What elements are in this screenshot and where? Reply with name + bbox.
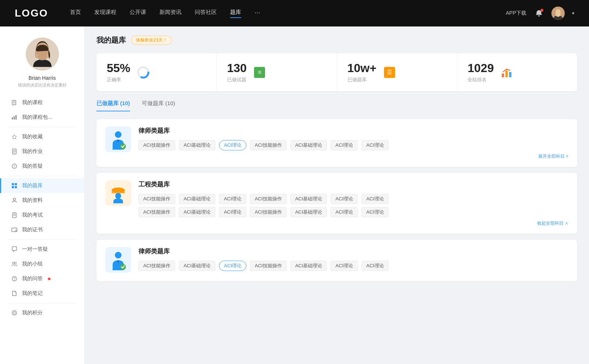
nav-qa[interactable]: 问答社区: [195, 9, 217, 18]
svg-point-32: [13, 262, 14, 264]
svg-rect-40: [502, 74, 504, 77]
bank-tags-2-row2: ACI技能操作 ACI基础理论 ACI理论 ACI技能操作 ACI基础理论 AC…: [138, 207, 568, 217]
bank-tag-1-2[interactable]: ACI理论: [219, 140, 246, 150]
stat-done-q-label: 已做试题: [227, 76, 247, 83]
bank-tag-3-5[interactable]: ACI理论: [331, 261, 358, 271]
avatar[interactable]: [551, 7, 565, 20]
svg-point-33: [15, 262, 17, 264]
sidebar: Brian Harris 错误的决定比没有决定要好 我的课程 我的课程包...: [0, 26, 85, 364]
svg-text:?: ?: [13, 165, 15, 168]
nav-open[interactable]: 公开课: [130, 9, 146, 18]
sidebar-item-one-on-one[interactable]: 一对一答疑: [0, 242, 84, 257]
bank-tag-2-7[interactable]: ACI技能操作: [138, 207, 175, 217]
bank-tag-2-13[interactable]: ACI理论: [361, 207, 389, 217]
sidebar-item-notes[interactable]: 我的笔记: [0, 286, 84, 301]
bank-tag-2-6[interactable]: ACI理论: [361, 194, 389, 204]
svg-point-37: [13, 312, 15, 314]
stat-rank: 1029 全站排名: [457, 53, 577, 91]
bank-icon-lawyer-1: [105, 126, 131, 152]
navbar: LOGO 首页 发现课程 公开课 新闻资讯 问答社区 题库 ··· APP下载: [0, 0, 589, 26]
sidebar-item-profile[interactable]: 我的资料: [0, 193, 84, 208]
nav-links: 首页 发现课程 公开课 新闻资讯 问答社区 题库 ···: [70, 9, 506, 18]
sidebar-label-question-bank: 我的题库: [22, 182, 43, 189]
stat-rank-left: 1029 全站排名: [468, 61, 494, 83]
sidebar-label-one-on-one: 一对一答疑: [22, 246, 48, 253]
bank-collapse-2[interactable]: 收起全部科目 ∧: [138, 220, 568, 226]
svg-point-43: [115, 131, 121, 138]
nav-right: APP下载 ▾: [506, 7, 574, 20]
bank-tag-1-6[interactable]: ACI理论: [361, 140, 389, 150]
grid-icon: [11, 182, 18, 189]
doc-icon: [11, 148, 18, 155]
bank-tag-1-3[interactable]: ACI技能操作: [250, 140, 287, 150]
bank-tag-2-10[interactable]: ACI技能操作: [250, 207, 287, 217]
group-icon: [11, 261, 18, 267]
nav-bank[interactable]: 题库: [230, 9, 241, 18]
nav-home[interactable]: 首页: [70, 9, 81, 18]
svg-point-6: [37, 51, 47, 60]
sidebar-item-certificate[interactable]: 我的证书: [0, 222, 84, 237]
tab-todo[interactable]: 可做题库 (10): [142, 100, 175, 111]
bank-tag-3-6[interactable]: ACI理论: [361, 261, 389, 271]
bank-expand-1[interactable]: 展开全部科目 >: [138, 153, 568, 160]
user-avatar: [26, 38, 59, 71]
sidebar-item-answers[interactable]: ? 我的问答: [0, 271, 84, 286]
bank-tag-3-3[interactable]: ACI技能操作: [250, 261, 287, 271]
bank-card-1: 律师类题库 ACI技能操作 ACI基础理论 ACI理论 ACI技能操作 ACI基…: [96, 119, 577, 167]
list-icon: ☰: [384, 67, 395, 78]
main-content: 我的题库 体验剩余23天！ 55% 正确率: [85, 26, 589, 364]
bank-tag-3-2[interactable]: ACI理论: [219, 261, 246, 271]
stat-done-b-left: 10w+ 已做题库: [348, 61, 377, 83]
rank-icon: [500, 65, 514, 79]
bank-tag-2-9[interactable]: ACI理论: [219, 207, 246, 217]
stat-done-banks: 10w+ 已做题库 ☰: [337, 53, 458, 91]
clipboard-icon: [11, 212, 18, 218]
sidebar-item-course[interactable]: 我的课程: [0, 95, 84, 110]
bank-tag-1-1[interactable]: ACI基础理论: [179, 140, 216, 150]
sidebar-item-group[interactable]: 我的小组: [0, 257, 84, 271]
nav-discover[interactable]: 发现课程: [94, 9, 116, 18]
bank-tag-2-5[interactable]: ACI理论: [331, 194, 358, 204]
bank-tag-2-3[interactable]: ACI技能操作: [250, 194, 287, 204]
bank-tags-3: ACI技能操作 ACI基础理论 ACI理论 ACI技能操作 ACI基础理论 AC…: [138, 261, 568, 271]
person-icon: [11, 197, 18, 204]
sidebar-item-doubt[interactable]: ? 我的答疑: [0, 159, 84, 174]
bank-tag-2-8[interactable]: ACI基础理论: [179, 207, 216, 217]
sidebar-item-exam[interactable]: 我的考试: [0, 208, 84, 222]
tab-done[interactable]: 已做题库 (10): [96, 100, 130, 111]
stat-accuracy-value: 55%: [107, 61, 130, 75]
bank-tag-3-1[interactable]: ACI基础理论: [179, 261, 216, 271]
sidebar-label-collect: 我的收藏: [22, 133, 43, 140]
bank-tag-2-4[interactable]: ACI基础理论: [290, 194, 327, 204]
bank-tag-1-4[interactable]: ACI基础理论: [290, 140, 327, 150]
bank-tag-1-5[interactable]: ACI理论: [331, 140, 358, 150]
question-icon: ?: [11, 163, 18, 169]
sidebar-label-exam: 我的考试: [22, 212, 43, 218]
bank-tag-2-1[interactable]: ACI基础理论: [179, 194, 216, 204]
cert-icon: [11, 226, 18, 233]
nav-more[interactable]: ···: [254, 9, 260, 18]
sidebar-item-course-pack[interactable]: 我的课程包...: [0, 110, 84, 125]
sidebar-item-homework[interactable]: 我的作业: [0, 144, 84, 159]
svg-point-48: [115, 193, 121, 199]
bar-icon: [11, 114, 18, 121]
sidebar-item-points[interactable]: 我的积分: [0, 306, 84, 320]
bank-tag-1-0[interactable]: ACI技能操作: [138, 140, 175, 150]
bank-tag-2-2[interactable]: ACI理论: [219, 194, 246, 204]
bank-tag-3-4[interactable]: ACI基础理论: [290, 261, 327, 271]
answers-badge: [48, 278, 50, 280]
nav-news[interactable]: 新闻资讯: [159, 9, 181, 18]
sidebar-item-question-bank[interactable]: 我的题库: [0, 178, 84, 193]
bank-tag-2-12[interactable]: ACI理论: [331, 207, 358, 217]
sidebar-label-answers: 我的问答: [22, 275, 43, 282]
sidebar-item-collect[interactable]: 我的收藏: [0, 129, 84, 144]
notification-bell[interactable]: [534, 8, 544, 18]
svg-point-49: [115, 252, 121, 258]
stat-rank-value: 1029: [468, 61, 494, 75]
bank-tag-2-11[interactable]: ACI基础理论: [290, 207, 327, 217]
sidebar-label-points: 我的积分: [22, 310, 43, 316]
bank-tag-2-0[interactable]: ACI技能操作: [138, 194, 175, 204]
bank-tag-3-0[interactable]: ACI技能操作: [138, 261, 175, 271]
app-download-button[interactable]: APP下载: [506, 10, 526, 17]
user-menu-chevron[interactable]: ▾: [572, 11, 574, 16]
